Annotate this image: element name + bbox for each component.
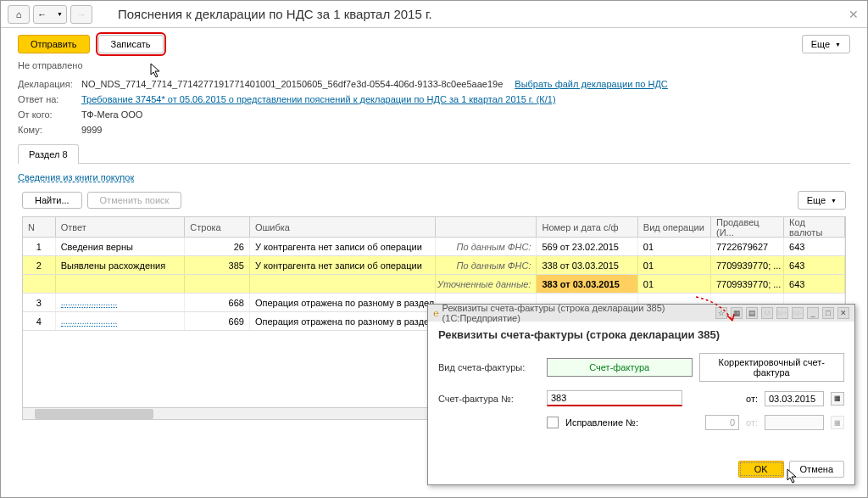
col-number-date[interactable]: Номер и дата с/ф: [537, 217, 637, 237]
declaration-file-link[interactable]: Выбрать файл декларации по НДС: [515, 79, 668, 89]
correction-checkbox[interactable]: [547, 417, 559, 428]
correction-from-label: от:: [746, 417, 758, 428]
table-row[interactable]: 1 Сведения верны 26 У контрагента нет за…: [23, 238, 845, 256]
status-text: Не отправлено: [18, 60, 850, 70]
correction-label: Исправление №:: [565, 417, 638, 428]
col-error[interactable]: Ошибка: [250, 217, 436, 237]
response-link[interactable]: Требование 37454* от 05.06.2015 о предст…: [81, 94, 556, 104]
invoice-type-label: Вид счета-фактуры:: [438, 362, 540, 372]
calendar-icon[interactable]: ▦: [831, 392, 844, 406]
col-seller[interactable]: Продавец (И...: [711, 217, 784, 237]
forward-button[interactable]: →: [70, 5, 92, 24]
more-button[interactable]: Еще▼: [802, 35, 850, 53]
correction-date-input[interactable]: [765, 415, 824, 430]
from-value: ТФ-Мега ООО: [81, 109, 142, 120]
col-currency[interactable]: Код валюты: [784, 217, 845, 237]
col-operation[interactable]: Вид операции: [638, 217, 711, 237]
toolbar: Отправить Записать Еще▼: [1, 28, 867, 60]
to-label: Кому:: [18, 125, 81, 135]
col-spacer: [436, 217, 537, 237]
invoice-date-input[interactable]: [765, 391, 824, 406]
grid-header: N Ответ Строка Ошибка Номер и дата с/ф В…: [23, 217, 845, 238]
page-title: Пояснения к декларации по НДС за 1 кварт…: [118, 7, 432, 21]
highlighted-cell[interactable]: 383 от 03.03.2015: [537, 275, 637, 293]
tool-icon[interactable]: M+: [776, 307, 788, 319]
send-button[interactable]: Отправить: [18, 35, 90, 53]
back-button[interactable]: ←▼: [33, 5, 67, 24]
tool-icon[interactable]: ▦: [731, 307, 743, 319]
tool-icon[interactable]: M: [761, 307, 773, 319]
col-n[interactable]: N: [23, 217, 56, 237]
date-from-label: от:: [746, 394, 758, 404]
invoice-number-label: Счет-фактура №:: [438, 394, 540, 404]
correction-number-input[interactable]: [705, 415, 739, 430]
cancel-button[interactable]: Отмена: [789, 461, 844, 478]
to-value: 9999: [81, 125, 102, 135]
col-line[interactable]: Строка: [185, 217, 250, 237]
dialog-titlebar[interactable]: ℮ Реквизиты счета-фактуры (строка деклар…: [428, 305, 854, 322]
app-icon: ℮: [433, 308, 439, 318]
invoice-type-corr[interactable]: Корректировочный счет-фактура: [699, 353, 845, 382]
invoice-dialog: ℮ Реквизиты счета-фактуры (строка деклар…: [427, 304, 855, 485]
tool-icon[interactable]: M-: [792, 307, 804, 319]
close-icon[interactable]: ✕: [837, 307, 849, 319]
dialog-window-title: Реквизиты счета-фактуры (строка декларац…: [442, 303, 712, 323]
find-button[interactable]: Найти...: [22, 192, 82, 209]
maximize-icon[interactable]: □: [822, 307, 834, 319]
declaration-value: NO_NDS_7714_7714_7714277191771401001_201…: [81, 79, 503, 89]
close-icon[interactable]: ✕: [849, 8, 859, 21]
cancel-search-button[interactable]: Отменить поиск: [87, 192, 182, 209]
col-answer[interactable]: Ответ: [56, 217, 186, 237]
grid-more-button[interactable]: Еще▼: [798, 191, 846, 210]
table-row[interactable]: Уточненные данные: 383 от 03.03.2015 01 …: [23, 275, 845, 294]
scroll-thumb[interactable]: [35, 409, 153, 419]
minimize-icon[interactable]: _: [807, 307, 819, 319]
table-row[interactable]: 2 Выявлены расхождения 385 У контрагента…: [23, 256, 845, 275]
response-label: Ответ на:: [18, 94, 81, 104]
calendar-icon: ▦: [831, 416, 844, 429]
write-button[interactable]: Записать: [98, 35, 164, 53]
tab-section-8[interactable]: Раздел 8: [18, 144, 79, 164]
declaration-label: Декларация:: [18, 79, 81, 89]
home-button[interactable]: ⌂: [8, 5, 30, 24]
invoice-number-input[interactable]: [547, 390, 682, 406]
from-label: От кого:: [18, 109, 81, 120]
top-bar: ⌂ ←▼ → Пояснения к декларации по НДС за …: [1, 1, 867, 28]
purchase-book-link[interactable]: Сведения из книги покупок: [18, 172, 134, 182]
tool-icon[interactable]: ▤: [746, 307, 758, 319]
invoice-type-sf[interactable]: Счет-фактура: [547, 358, 693, 377]
tool-icon[interactable]: ☆: [715, 307, 727, 319]
ok-button[interactable]: OK: [738, 461, 784, 478]
dialog-header: Реквизиты счета-фактуры (строка декларац…: [428, 322, 854, 348]
